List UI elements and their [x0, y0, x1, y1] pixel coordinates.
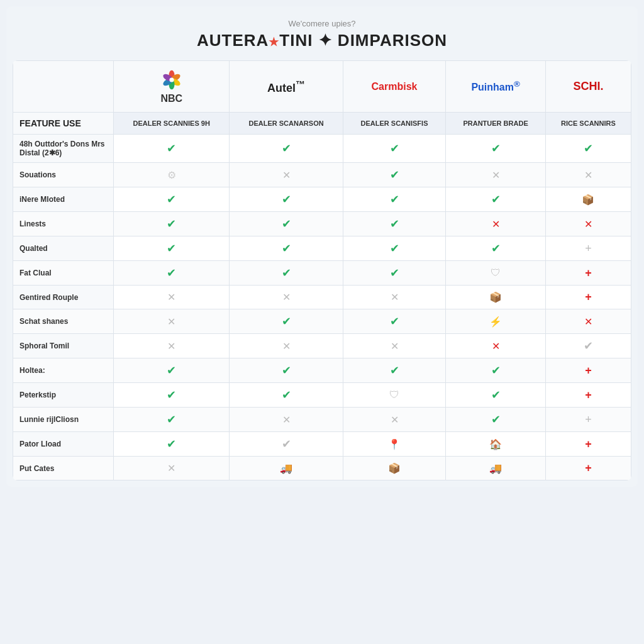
comparison-table: NBC Autel™ Carmbisk Puinham® SCHI. FEATU… [13, 60, 631, 480]
feature-cell: Souations [13, 163, 114, 187]
value-cell: ✔ [230, 383, 343, 408]
value-cell: ✔ [114, 135, 230, 163]
value-cell: 📦 [446, 286, 546, 309]
value-cell: ⚡ [446, 309, 546, 334]
check-icon: ✔ [167, 389, 176, 401]
brand-label-puinham: Puinham® [450, 79, 541, 93]
x-gray-icon: ✕ [391, 292, 399, 303]
logo-schi: SCHI. [545, 61, 631, 113]
shield-icon: 🛡 [389, 389, 399, 400]
logo-row: NBC Autel™ Carmbisk Puinham® SCHI. [13, 61, 631, 113]
value-cell: ✕ [446, 334, 546, 358]
table-row: Sphoral Tomil✕✕✕✕✔ [13, 334, 631, 358]
x-gray-icon: ✕ [167, 341, 175, 352]
plus-red-icon: + [585, 462, 592, 474]
check-icon: ✔ [167, 142, 176, 155]
header-subtitle: We'comere upies? [13, 19, 631, 28]
value-cell: + [545, 358, 631, 383]
col-header-nbc: DEALER SCANNIES 9H [114, 113, 230, 135]
table-row: Put Cates✕🚚📦🚚+ [13, 457, 631, 480]
col-header-autel: DEALER SCANARSON [230, 113, 343, 135]
value-cell: + [545, 408, 631, 432]
home-icon: 🏠 [489, 439, 502, 450]
check-icon: ✔ [390, 193, 399, 206]
check-icon: ✔ [167, 267, 176, 279]
check-icon: ✔ [282, 267, 291, 279]
check-light-icon: ✔ [282, 438, 291, 450]
check-icon: ✔ [491, 364, 501, 377]
table-row: Linests✔✔✔✕✕ [13, 212, 631, 236]
value-cell: ✕ [114, 334, 230, 358]
value-cell: ✔ [343, 212, 446, 236]
plus-gray-icon: + [585, 413, 592, 426]
x-gray-icon: ✕ [492, 170, 500, 180]
feature-cell: iNere Mloted [13, 187, 114, 212]
feature-cell: 48h Outtdor's Dons Mrs Distal (2✱6) [13, 135, 114, 163]
x-gray-icon: ✕ [584, 170, 592, 180]
col-header-feature: FEATURE USE [13, 113, 114, 135]
value-cell: ✔ [343, 358, 446, 383]
value-cell: 🚚 [446, 457, 546, 480]
value-cell: ⚙ [114, 163, 230, 187]
check-icon: ✔ [390, 218, 399, 230]
check-icon: ✔ [167, 438, 176, 450]
check-icon: ✔ [282, 389, 291, 401]
feature-cell: Fat Clual [13, 261, 114, 286]
value-cell: + [545, 261, 631, 286]
box-icon: 📦 [582, 194, 594, 205]
table-row: Souations⚙✕✔✕✕ [13, 163, 631, 187]
brand-label-carmbisk: Carmbisk [347, 81, 442, 92]
value-cell: ✔ [343, 135, 446, 163]
value-cell: ✔ [343, 261, 446, 286]
value-cell: ✕ [114, 457, 230, 480]
check-icon: ✔ [167, 364, 176, 377]
check-icon: ✔ [390, 169, 399, 181]
value-cell: 🛡 [343, 383, 446, 408]
bolt-icon: ⚡ [489, 316, 502, 327]
check-icon: ✔ [282, 193, 291, 206]
check-icon: ✔ [491, 389, 501, 401]
value-cell: ✔ [343, 163, 446, 187]
truck-icon: 🚚 [280, 463, 292, 474]
check-icon: ✔ [282, 142, 291, 155]
feature-cell: Lunnie rijlCliosn [13, 408, 114, 432]
check-icon: ✔ [390, 242, 399, 255]
value-cell: ✕ [446, 212, 546, 236]
value-cell: + [545, 383, 631, 408]
feature-cell: Peterkstip [13, 383, 114, 408]
check-light-icon: ✔ [584, 340, 593, 352]
value-cell: ✔ [446, 236, 546, 261]
check-icon: ✔ [282, 218, 291, 230]
svg-point-6 [169, 77, 174, 82]
column-header-row: FEATURE USE DEALER SCANNIES 9H DEALER SC… [13, 113, 631, 135]
check-icon: ✔ [282, 364, 291, 377]
feature-cell: Schat shanes [13, 309, 114, 334]
value-cell: + [545, 286, 631, 309]
x-gray-icon: ✕ [282, 414, 291, 425]
check-icon: ✔ [167, 193, 176, 206]
table-row: Schat shanes✕✔✔⚡✕ [13, 309, 631, 334]
table-row: Peterkstip✔✔🛡✔+ [13, 383, 631, 408]
logo-autel: Autel™ [230, 61, 343, 113]
value-cell: ✔ [230, 358, 343, 383]
check-icon: ✔ [390, 315, 399, 328]
value-cell: ✔ [114, 187, 230, 212]
value-cell: 🛡 [446, 261, 546, 286]
box-icon: 📦 [489, 292, 502, 303]
value-cell: ✔ [545, 334, 631, 358]
table-row: 48h Outtdor's Dons Mrs Distal (2✱6)✔✔✔✔✔ [13, 135, 631, 163]
value-cell: 🏠 [446, 432, 546, 457]
value-cell: + [545, 432, 631, 457]
table-row: Lunnie rijlCliosn✔✕✕✔+ [13, 408, 631, 432]
col-header-schi: RICE SCANNIRS [545, 113, 631, 135]
check-icon: ✔ [491, 142, 501, 155]
table-row: Qualted✔✔✔✔+ [13, 236, 631, 261]
value-cell: ✕ [545, 163, 631, 187]
x-gray-icon: ✕ [282, 341, 291, 352]
value-cell: ✔ [114, 408, 230, 432]
logo-carmbisk: Carmbisk [343, 61, 446, 113]
value-cell: ✕ [545, 309, 631, 334]
plus-red-icon: + [585, 267, 592, 279]
col-header-carmbisk: DEALER SCANISFIS [343, 113, 446, 135]
value-cell: + [545, 236, 631, 261]
